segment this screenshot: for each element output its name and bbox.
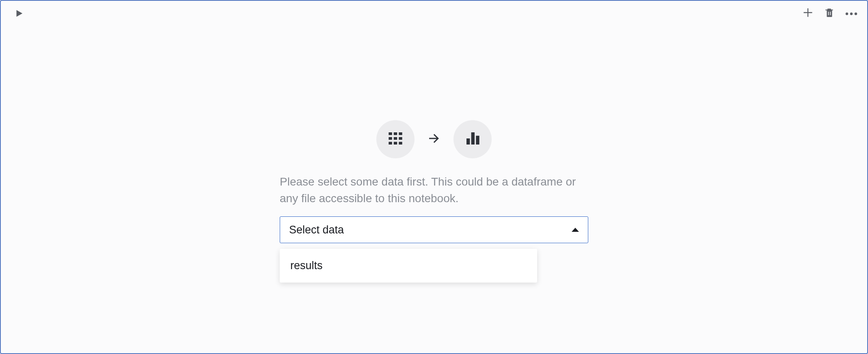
dropdown-option[interactable]: results xyxy=(280,251,537,280)
more-horizontal-icon xyxy=(845,10,857,17)
svg-rect-4 xyxy=(394,132,397,135)
dropdown-menu: results xyxy=(280,249,537,283)
trash-icon xyxy=(824,6,835,20)
svg-rect-12 xyxy=(466,138,470,145)
svg-point-0 xyxy=(846,13,848,15)
add-cell-button[interactable] xyxy=(802,7,814,20)
svg-rect-7 xyxy=(394,137,397,140)
chart-badge xyxy=(453,120,492,158)
table-icon xyxy=(387,130,404,148)
svg-point-2 xyxy=(855,13,857,15)
svg-rect-8 xyxy=(399,137,402,140)
svg-rect-13 xyxy=(471,132,475,145)
svg-point-1 xyxy=(850,13,853,15)
plus-icon xyxy=(802,7,814,20)
empty-state: Please select some data first. This coul… xyxy=(280,120,588,243)
data-select-dropdown: Select data results xyxy=(280,216,588,243)
notebook-cell: Please select some data first. This coul… xyxy=(0,0,868,354)
data-table-badge xyxy=(376,120,415,158)
svg-rect-10 xyxy=(394,142,397,145)
more-actions-button[interactable] xyxy=(845,10,857,17)
dropdown-label: Select data xyxy=(289,224,344,236)
play-icon xyxy=(15,9,24,20)
delete-cell-button[interactable] xyxy=(824,6,835,20)
svg-rect-3 xyxy=(389,132,392,135)
instruction-text: Please select some data first. This coul… xyxy=(280,174,588,207)
chevron-up-icon xyxy=(572,228,579,232)
svg-rect-6 xyxy=(389,137,392,140)
dropdown-trigger[interactable]: Select data xyxy=(280,216,588,243)
run-cell-button[interactable] xyxy=(13,8,25,20)
empty-state-icons xyxy=(376,120,492,158)
arrow-right-icon xyxy=(427,131,441,147)
bar-chart-icon xyxy=(464,130,481,148)
cell-toolbar xyxy=(802,6,857,20)
svg-rect-9 xyxy=(389,142,392,145)
svg-rect-11 xyxy=(399,142,402,145)
svg-rect-14 xyxy=(476,136,479,145)
svg-rect-5 xyxy=(399,132,402,135)
